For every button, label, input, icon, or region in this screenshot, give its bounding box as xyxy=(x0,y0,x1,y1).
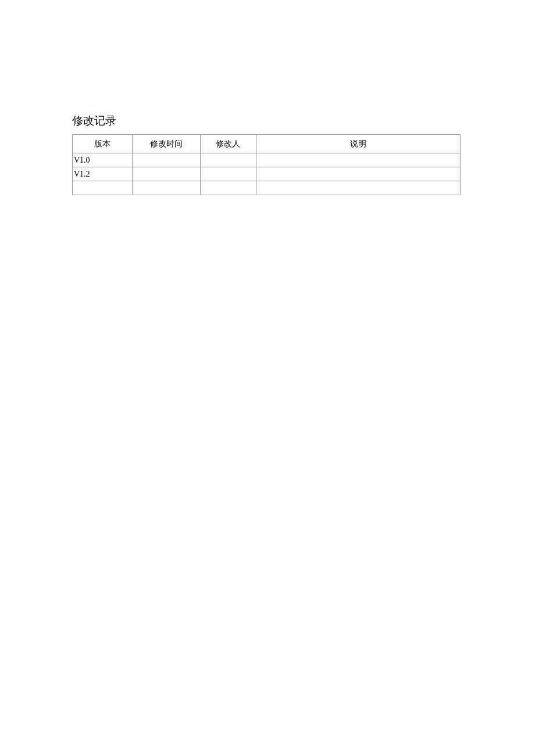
header-time: 修改时间 xyxy=(132,135,200,153)
cell-version: V1.2 xyxy=(73,167,133,181)
header-author: 修改人 xyxy=(200,135,256,153)
header-version: 版本 xyxy=(73,135,133,153)
cell-description xyxy=(256,181,460,195)
cell-description xyxy=(256,167,460,181)
cell-time xyxy=(132,181,200,195)
cell-time xyxy=(132,167,200,181)
cell-author xyxy=(200,153,256,167)
table-row: V1.2 xyxy=(73,167,461,181)
cell-version xyxy=(73,181,133,195)
table-row: V1.0 xyxy=(73,153,461,167)
header-description: 说明 xyxy=(256,135,460,153)
cell-author xyxy=(200,181,256,195)
cell-description xyxy=(256,153,460,167)
cell-version: V1.0 xyxy=(73,153,133,167)
cell-time xyxy=(132,153,200,167)
revision-table: 版本 修改时间 修改人 说明 V1.0 V1.2 xyxy=(72,134,461,195)
section-title: 修改记录 xyxy=(72,113,535,128)
table-row xyxy=(73,181,461,195)
cell-author xyxy=(200,167,256,181)
table-header-row: 版本 修改时间 修改人 说明 xyxy=(73,135,461,153)
